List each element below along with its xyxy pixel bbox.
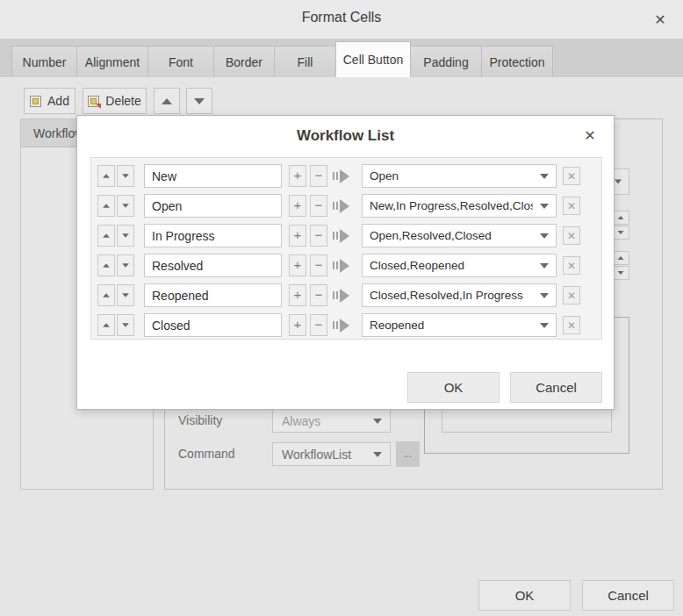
workflow-row: + − Open,Resolved,Closed ✕	[97, 224, 601, 247]
row-delete-button[interactable]: ✕	[563, 286, 580, 304]
row-move-up-button[interactable]	[97, 225, 115, 247]
tab-padding[interactable]: Padding	[411, 46, 481, 77]
row-add-button[interactable]: +	[289, 225, 306, 247]
spinner-up-button[interactable]	[612, 211, 629, 225]
modal-close-icon[interactable]: ✕	[580, 125, 600, 145]
state-input[interactable]	[144, 164, 282, 188]
transition-arrow-icon	[333, 168, 356, 184]
row-add-button[interactable]: +	[289, 314, 306, 336]
workflow-row: + − Closed,Reopened ✕	[97, 254, 601, 277]
row-delete-button[interactable]: ✕	[563, 197, 580, 215]
add-icon	[30, 96, 41, 107]
row-move-up-button[interactable]	[97, 314, 115, 336]
chevron-down-icon	[373, 419, 382, 424]
transition-arrow-icon	[333, 198, 356, 214]
workflow-list-dialog: Workflow List ✕ + − Open ✕ + − New,In Pr…	[76, 115, 615, 410]
row-add-button[interactable]: +	[289, 284, 306, 306]
add-button-label: Add	[47, 94, 69, 108]
row-delete-button[interactable]: ✕	[563, 256, 580, 275]
tab-font[interactable]: Font	[147, 46, 213, 77]
spinner-up-button[interactable]	[612, 251, 629, 265]
chevron-down-icon	[540, 263, 549, 269]
transition-arrow-icon	[333, 288, 356, 304]
row-move-down-button[interactable]	[117, 284, 134, 306]
state-input[interactable]	[144, 194, 282, 218]
cancel-button[interactable]: Cancel	[582, 580, 674, 611]
modal-title: Workflow List	[77, 127, 614, 145]
row-move-up-button[interactable]	[97, 165, 115, 187]
chevron-down-icon	[540, 323, 549, 328]
spinner-down-button[interactable]	[612, 226, 629, 240]
command-dropdown[interactable]: WorkflowList	[272, 442, 391, 466]
visibility-dropdown[interactable]: Always	[272, 409, 391, 433]
targets-value: Closed,Reopened	[363, 259, 533, 272]
row-remove-button[interactable]: −	[310, 195, 327, 217]
targets-value: Reopened	[363, 319, 533, 332]
command-label: Command	[178, 447, 235, 461]
row-add-button[interactable]: +	[289, 165, 306, 187]
state-input[interactable]	[144, 313, 282, 337]
row-move-down-button[interactable]	[117, 225, 134, 247]
row-remove-button[interactable]: −	[310, 284, 327, 306]
row-delete-button[interactable]: ✕	[563, 316, 580, 334]
row-remove-button[interactable]: −	[310, 165, 327, 187]
tab-protection[interactable]: Protection	[481, 46, 553, 77]
visibility-value: Always	[273, 414, 365, 428]
targets-value: New,In Progress,Resolved,Closed	[363, 199, 533, 212]
visibility-label: Visibility	[178, 413, 222, 427]
targets-dropdown[interactable]: Reopened	[362, 313, 557, 337]
tab-border[interactable]: Border	[213, 46, 274, 77]
targets-dropdown[interactable]: New,In Progress,Resolved,Closed	[362, 194, 557, 218]
targets-dropdown[interactable]: Closed,Reopened	[362, 254, 557, 277]
ok-button[interactable]: OK	[478, 580, 571, 611]
delete-icon	[88, 96, 99, 107]
move-up-button[interactable]	[154, 88, 180, 114]
targets-dropdown[interactable]: Closed,Resolved,In Progress	[362, 283, 557, 307]
row-move-down-button[interactable]	[117, 254, 134, 276]
modal-cancel-button[interactable]: Cancel	[510, 372, 602, 403]
row-move-up-button[interactable]	[97, 284, 115, 306]
row-move-up-button[interactable]	[97, 195, 115, 217]
workflow-rows: + − Open ✕ + − New,In Progress,Resolved,…	[90, 157, 602, 340]
modal-ok-button[interactable]: OK	[407, 372, 500, 403]
row-move-down-button[interactable]	[117, 314, 134, 336]
chevron-down-icon	[540, 293, 549, 298]
spinner-down-button[interactable]	[612, 266, 629, 280]
tab-number[interactable]: Number	[11, 46, 76, 77]
targets-value: Open,Resolved,Closed	[363, 229, 533, 242]
row-move-down-button[interactable]	[117, 195, 134, 217]
row-remove-button[interactable]: −	[310, 254, 327, 276]
row-add-button[interactable]: +	[289, 254, 306, 276]
transition-arrow-icon	[333, 228, 356, 244]
state-input[interactable]	[144, 283, 282, 307]
chevron-down-icon	[373, 452, 382, 457]
format-cells-dialog: Format Cells ✕ Number Alignment Font Bor…	[0, 0, 683, 616]
targets-dropdown[interactable]: Open	[362, 164, 557, 188]
state-input[interactable]	[144, 254, 282, 277]
tab-fill[interactable]: Fill	[274, 46, 335, 77]
transition-arrow-icon	[333, 318, 356, 333]
workflow-row: + − Open ✕	[97, 164, 601, 188]
row-delete-button[interactable]: ✕	[563, 226, 580, 245]
state-input[interactable]	[144, 224, 282, 247]
command-value: WorkflowList	[273, 448, 365, 462]
targets-dropdown[interactable]: Open,Resolved,Closed	[362, 224, 557, 247]
workflow-row: + − New,In Progress,Resolved,Closed ✕	[97, 194, 601, 218]
row-add-button[interactable]: +	[289, 195, 306, 217]
tab-alignment[interactable]: Alignment	[76, 46, 147, 77]
row-move-down-button[interactable]	[117, 165, 134, 187]
tab-cell-button[interactable]: Cell Button	[335, 41, 411, 77]
row-delete-button[interactable]: ✕	[563, 167, 580, 185]
chevron-down-icon	[540, 174, 549, 179]
row-remove-button[interactable]: −	[310, 225, 327, 247]
command-browse-button[interactable]: ...	[396, 441, 420, 467]
row-move-up-button[interactable]	[97, 254, 115, 276]
chevron-down-icon	[615, 180, 622, 184]
chevron-down-icon	[540, 233, 549, 239]
dialog-title: Format Cells	[0, 10, 683, 25]
delete-button[interactable]: Delete	[83, 88, 147, 114]
move-down-button[interactable]	[186, 88, 212, 114]
row-remove-button[interactable]: −	[310, 314, 327, 336]
close-icon[interactable]: ✕	[650, 9, 671, 30]
add-button[interactable]: Add	[24, 88, 75, 114]
